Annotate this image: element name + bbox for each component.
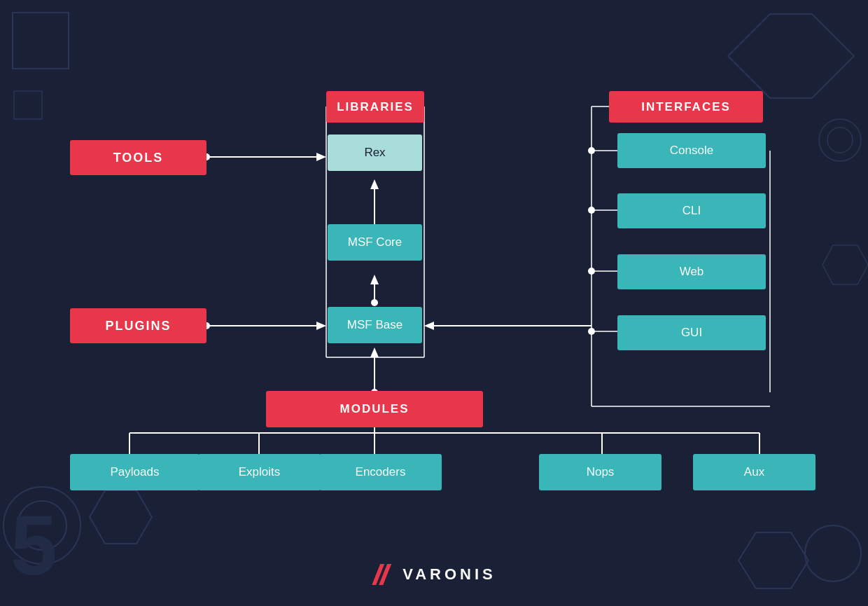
libraries-box: LIBRARIES [326, 91, 424, 123]
cli-box: CLI [617, 193, 766, 228]
diagram-container: 5 [0, 0, 868, 606]
svg-marker-25 [424, 322, 434, 330]
nops-box: Nops [539, 454, 662, 490]
web-box: Web [617, 254, 766, 289]
svg-marker-1 [728, 14, 854, 98]
aux-box: Aux [693, 454, 816, 490]
msf-base-box: MSF Base [328, 307, 422, 343]
svg-rect-5 [14, 91, 42, 119]
varonis-logo: VARONIS [372, 564, 496, 585]
plugins-box: PLUGINS [70, 308, 206, 343]
rex-box: Rex [328, 135, 422, 171]
gui-box: GUI [617, 315, 766, 350]
tools-box: TOOLS [70, 140, 206, 175]
svg-point-45 [588, 207, 595, 214]
varonis-brand-name: VARONIS [402, 565, 496, 584]
svg-point-2 [4, 487, 80, 564]
svg-point-9 [827, 128, 853, 153]
payloads-box: Payloads [70, 454, 200, 490]
svg-marker-4 [90, 490, 152, 544]
svg-point-7 [805, 525, 861, 581]
console-box: Console [617, 133, 766, 168]
svg-point-46 [588, 268, 595, 275]
modules-box: MODULES [266, 391, 483, 427]
svg-marker-10 [822, 245, 868, 284]
interfaces-box: INTERFACES [609, 91, 763, 123]
svg-marker-6 [738, 532, 808, 588]
svg-point-47 [588, 328, 595, 335]
svg-marker-28 [370, 347, 379, 357]
varonis-chevron-icon [372, 564, 397, 585]
encoders-box: Encoders [319, 454, 442, 490]
svg-point-44 [588, 147, 595, 154]
exploits-box: Exploits [198, 454, 321, 490]
svg-text:5: 5 [10, 498, 57, 592]
svg-point-3 [18, 501, 66, 550]
svg-marker-14 [316, 153, 326, 161]
svg-marker-17 [316, 322, 326, 330]
svg-point-8 [819, 119, 861, 161]
svg-point-22 [371, 299, 378, 306]
svg-rect-0 [13, 13, 69, 69]
msf-core-box: MSF Core [328, 224, 422, 261]
svg-marker-20 [370, 179, 379, 189]
svg-marker-23 [370, 275, 379, 284]
